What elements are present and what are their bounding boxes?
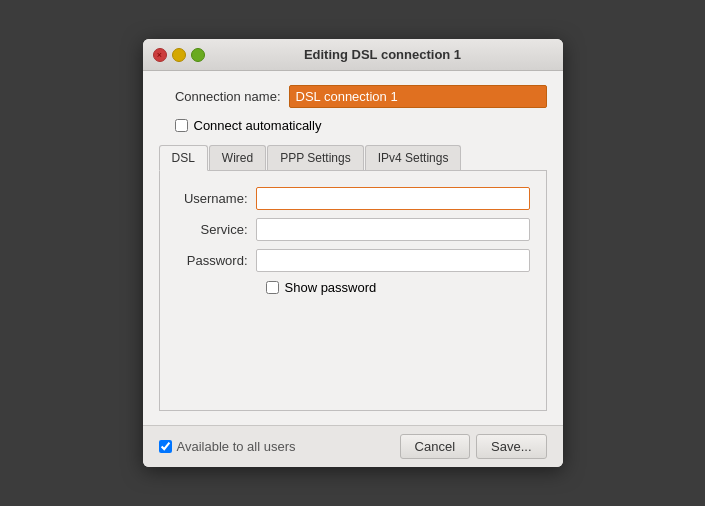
- service-input[interactable]: [256, 218, 530, 241]
- window-title: Editing DSL connection 1: [213, 47, 553, 62]
- minimize-button[interactable]: [172, 48, 186, 62]
- show-password-label: Show password: [285, 280, 377, 295]
- tab-content-dsl: Username: Service: Password: Show passwo…: [159, 171, 547, 411]
- close-button[interactable]: ×: [153, 48, 167, 62]
- connect-auto-checkbox[interactable]: [175, 119, 188, 132]
- username-row: Username:: [176, 187, 530, 210]
- password-label: Password:: [176, 253, 256, 268]
- available-users-label: Available to all users: [177, 439, 296, 454]
- available-users-checkbox[interactable]: [159, 440, 172, 453]
- cancel-button[interactable]: Cancel: [400, 434, 470, 459]
- show-password-row: Show password: [266, 280, 530, 295]
- password-input[interactable]: [256, 249, 530, 272]
- service-label: Service:: [176, 222, 256, 237]
- username-input[interactable]: [256, 187, 530, 210]
- connect-auto-label: Connect automatically: [194, 118, 322, 133]
- window-controls: ×: [153, 48, 205, 62]
- connection-name-input[interactable]: [289, 85, 547, 108]
- tab-ppp-settings[interactable]: PPP Settings: [267, 145, 364, 170]
- username-label: Username:: [176, 191, 256, 206]
- tab-ipv4-settings[interactable]: IPv4 Settings: [365, 145, 462, 170]
- password-row: Password:: [176, 249, 530, 272]
- footer: Available to all users Cancel Save...: [143, 425, 563, 467]
- titlebar: × Editing DSL connection 1: [143, 39, 563, 71]
- connection-name-row: Connection name:: [159, 85, 547, 108]
- footer-buttons: Cancel Save...: [400, 434, 547, 459]
- tab-dsl[interactable]: DSL: [159, 145, 208, 171]
- service-row: Service:: [176, 218, 530, 241]
- connect-auto-row: Connect automatically: [175, 118, 547, 133]
- save-button[interactable]: Save...: [476, 434, 546, 459]
- show-password-checkbox[interactable]: [266, 281, 279, 294]
- tab-wired[interactable]: Wired: [209, 145, 266, 170]
- main-window: × Editing DSL connection 1 Connection na…: [143, 39, 563, 467]
- available-users-row: Available to all users: [159, 439, 296, 454]
- content-area: Connection name: Connect automatically D…: [143, 71, 563, 425]
- maximize-button[interactable]: [191, 48, 205, 62]
- tab-bar: DSL Wired PPP Settings IPv4 Settings: [159, 145, 547, 171]
- connection-name-label: Connection name:: [159, 89, 289, 104]
